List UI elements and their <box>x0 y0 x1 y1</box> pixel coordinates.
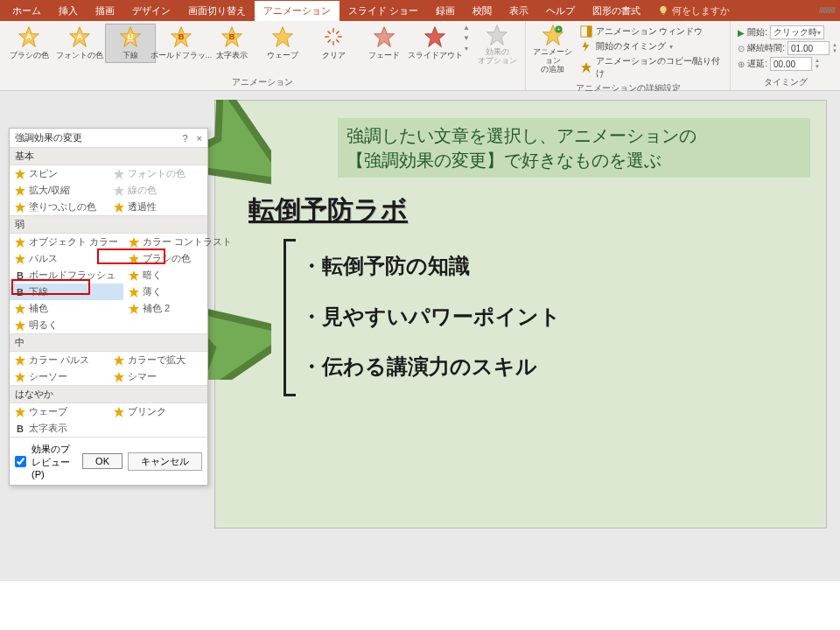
timing-delay-input[interactable]: 00.00 <box>770 57 812 71</box>
tab-draw[interactable]: 描画 <box>87 1 123 21</box>
anim-gallery-boldflash[interactable]: B ボールドフラッ... <box>156 24 206 63</box>
effect-linecolor[interactable]: 線の色 <box>108 182 207 199</box>
tab-insert[interactable]: 挿入 <box>50 1 87 21</box>
timing-start-value: クリック時 <box>774 26 817 38</box>
callout-line1: 強調したい文章を選択し、アニメーションの <box>346 126 696 145</box>
effect-brushcolor[interactable]: ブラシの色 <box>123 250 237 267</box>
tab-transitions[interactable]: 画面切り替え <box>179 1 255 21</box>
effect-lighten[interactable]: 薄く <box>123 284 237 300</box>
dialog-titlebar[interactable]: 強調効果の変更 ? × <box>10 129 207 147</box>
effect-brighten[interactable]: 明るく <box>10 317 123 333</box>
effect-options-label: 効果の オプション <box>478 48 517 66</box>
ribbon-group-advanced: + アニメーション の追加 アニメーション ウィンドウ 開始のタイミング ▾ <box>526 21 731 90</box>
effect-spin[interactable]: スピン <box>10 165 108 182</box>
tab-view[interactable]: 表示 <box>500 1 537 21</box>
effect-wave[interactable]: ウェーブ <box>10 403 108 420</box>
effect-fill[interactable]: 塗りつぶしの色 <box>10 199 108 215</box>
anim-gallery-wave[interactable]: ウェーブ <box>257 24 308 63</box>
effect-underline[interactable]: B下線 <box>10 284 123 300</box>
add-animation-button[interactable]: + アニメーション の追加 <box>529 24 577 74</box>
duration-spinner[interactable]: ▲▼ <box>832 42 837 54</box>
effect-boldreveal[interactable]: B太字表示 <box>10 420 108 437</box>
svg-marker-34 <box>114 202 124 213</box>
effect-preview-checkbox[interactable] <box>15 456 26 467</box>
svg-text:+: + <box>556 26 560 32</box>
dialog-close-button[interactable]: × <box>197 133 202 144</box>
trigger-label: 開始のタイミング <box>596 40 666 52</box>
timing-delay-label: 遅延: <box>747 58 767 70</box>
ok-button[interactable]: OK <box>82 453 122 469</box>
tab-home[interactable]: ホーム <box>4 1 50 21</box>
tell-me-search[interactable]: 何をしますか <box>649 4 738 18</box>
effect-complement2[interactable]: 補色 2 <box>123 300 237 317</box>
animation-painter-label: アニメーションのコピー/貼り付け <box>596 55 724 80</box>
effect-objectcolor[interactable]: オブジェクト カラー <box>10 234 123 250</box>
delay-icon: ⊕ <box>738 60 745 69</box>
ribbon: A ブラシの色 A フォントの色 U 下線 B ボールドフラッ... B 太字表… <box>0 21 840 91</box>
timing-start-select[interactable]: クリック時 ▾ <box>770 25 824 39</box>
effect-blink[interactable]: ブリンク <box>108 403 207 420</box>
tab-record[interactable]: 録画 <box>427 1 464 21</box>
svg-line-15 <box>328 32 331 34</box>
slide-canvas[interactable]: 強調したい文章を選択し、アニメーションの 【強調効果の変更】で好きなものを選ぶ … <box>214 100 827 528</box>
trigger-icon <box>580 40 592 52</box>
svg-marker-31 <box>15 186 25 196</box>
svg-marker-43 <box>15 320 25 331</box>
dialog-title-text: 強調効果の変更 <box>15 131 82 144</box>
anim-gallery-font-label: フォントの色 <box>56 50 103 61</box>
timing-duration-value: 01.00 <box>791 44 813 53</box>
effect-pulse[interactable]: パルス <box>10 250 123 267</box>
animation-painter-button[interactable]: アニメーションのコピー/貼り付け <box>580 55 724 80</box>
tab-slideshow[interactable]: スライド ショー <box>340 1 427 21</box>
effect-colorpulse[interactable]: カラー パルス <box>10 352 108 368</box>
tab-design[interactable]: デザイン <box>123 1 179 21</box>
svg-marker-32 <box>114 186 124 196</box>
svg-marker-44 <box>15 355 25 366</box>
dialog-section-exciting: はなやか <box>10 385 207 403</box>
trigger-button[interactable]: 開始のタイミング ▾ <box>580 40 724 52</box>
timing-duration-input[interactable]: 01.00 <box>788 41 830 55</box>
effect-shimmer[interactable]: シマー <box>108 368 207 385</box>
window-hatch: //////////// <box>819 6 840 15</box>
animation-pane-button[interactable]: アニメーション ウィンドウ <box>580 25 724 38</box>
dialog-help-button[interactable]: ? <box>182 133 187 144</box>
anim-gallery-underline[interactable]: U 下線 <box>105 24 156 63</box>
svg-marker-39 <box>129 270 139 281</box>
effect-transparency[interactable]: 透過性 <box>108 199 207 215</box>
anim-gallery-slideout[interactable]: スライドアウト <box>410 24 460 63</box>
anim-gallery-clear[interactable]: クリア <box>308 24 359 63</box>
slide-title: 転倒予防ラボ <box>248 192 408 228</box>
effect-complement[interactable]: 補色 <box>10 300 123 317</box>
anim-gallery-boldflash-label: ボールドフラッ... <box>150 50 213 61</box>
anim-gallery-bold[interactable]: B 太字表示 <box>206 24 257 63</box>
effect-colorcontrast[interactable]: カラー コントラスト <box>123 234 237 250</box>
cancel-button[interactable]: キャンセル <box>128 452 202 471</box>
ribbon-group-animation: A ブラシの色 A フォントの色 U 下線 B ボールドフラッ... B 太字表… <box>0 21 526 90</box>
anim-gallery-brush[interactable]: A ブラシの色 <box>4 24 54 63</box>
svg-marker-27 <box>581 62 592 73</box>
svg-marker-36 <box>129 237 139 248</box>
svg-text:A: A <box>25 32 32 41</box>
gallery-more-button[interactable]: ▲▼▾ <box>460 24 472 52</box>
tab-animations[interactable]: アニメーション <box>255 1 340 21</box>
delay-spinner[interactable]: ▲▼ <box>815 58 820 70</box>
effect-fontcolor[interactable]: フォントの色 <box>108 165 207 182</box>
effect-teeter[interactable]: シーソー <box>10 368 108 385</box>
anim-gallery-fade[interactable]: フェード <box>359 24 410 63</box>
anim-gallery-brush-label: ブラシの色 <box>10 50 49 61</box>
effect-preview-label: 効果のプレビュー(P) <box>32 443 77 480</box>
effect-boldflash[interactable]: Bボールドフラッシュ <box>10 267 123 284</box>
effect-colorextend[interactable]: カラーで拡大 <box>108 352 207 368</box>
anim-gallery-bold-label: 太字表示 <box>216 50 248 61</box>
anim-gallery-font[interactable]: A フォントの色 <box>54 24 105 63</box>
tab-review[interactable]: 校閲 <box>464 1 500 21</box>
play-icon: ▶ <box>738 28 745 38</box>
svg-marker-45 <box>114 355 124 366</box>
svg-marker-35 <box>15 237 25 248</box>
tab-help[interactable]: ヘルプ <box>537 1 584 21</box>
timing-delay-value: 00.00 <box>774 60 795 69</box>
effect-darken[interactable]: 暗く <box>123 267 237 284</box>
tab-shape-format[interactable]: 図形の書式 <box>584 1 649 21</box>
effect-growshrink[interactable]: 拡大/収縮 <box>10 182 108 199</box>
duration-icon: ⊙ <box>738 44 745 53</box>
